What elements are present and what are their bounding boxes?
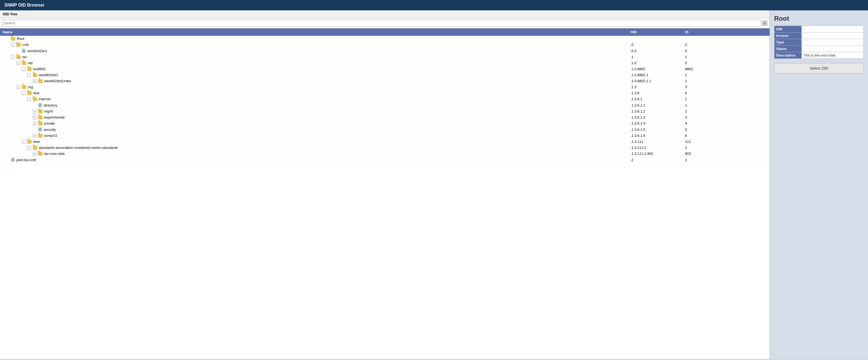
- node-name-text: zeroDotZero: [27, 49, 47, 53]
- tree-row[interactable]: -ccitt.00: [0, 42, 770, 48]
- doc-icon: [11, 158, 15, 162]
- col-name: Name: [3, 30, 630, 34]
- tree-row[interactable]: -standards-association-numbered-series-s…: [0, 145, 770, 151]
- node-id: 0: [685, 61, 767, 65]
- col-oid: OID: [630, 30, 685, 34]
- tree-row[interactable]: +ieee802dot1mibs.1.0.8802.1.11: [0, 78, 770, 84]
- tree-row[interactable]: +lan-man-stds.1.3.111.2.802802: [0, 151, 770, 157]
- tree-row[interactable]: directory.1.3.6.1.11: [0, 102, 770, 108]
- node-name-text: joint-iso-ccitt: [17, 158, 36, 162]
- tree-row[interactable]: -ieee802dot1.1.0.8802.11: [0, 72, 770, 78]
- expand-button[interactable]: -: [22, 67, 26, 71]
- tree-header: Name OID ID: [0, 28, 770, 36]
- expand-button[interactable]: -: [27, 146, 31, 150]
- node-id: 1: [685, 103, 767, 107]
- tree-row[interactable]: -iso.11: [0, 54, 770, 60]
- tree-row[interactable]: +private.1.3.6.1.44: [0, 120, 770, 127]
- col-id: ID: [685, 30, 767, 34]
- tree-row[interactable]: -org.1.33: [0, 84, 770, 90]
- node-name-text: dod: [33, 91, 39, 95]
- doc-icon: [22, 49, 26, 53]
- detail-value: This is the root node.: [802, 52, 864, 59]
- node-name-text: ieee: [33, 140, 40, 144]
- tree-row[interactable]: -std.1.00: [0, 60, 770, 66]
- node-id: 6: [685, 91, 767, 95]
- folder-icon: [22, 61, 26, 65]
- expand-button[interactable]: -: [11, 55, 15, 59]
- expand-button[interactable]: -: [27, 73, 31, 77]
- detail-row: OID: [774, 26, 864, 32]
- node-name-text: standards-association-numbered-series-st…: [39, 145, 118, 150]
- tree-row[interactable]: Root: [0, 36, 770, 42]
- tree-row[interactable]: +experimental.1.3.6.1.33: [0, 114, 770, 120]
- tree-row[interactable]: joint-iso-ccitt.22: [0, 157, 770, 163]
- expand-button[interactable]: -: [17, 61, 20, 65]
- folder-icon: [38, 134, 42, 138]
- tree-row[interactable]: +mgmt.1.3.6.1.22: [0, 108, 770, 114]
- detail-label: Access: [774, 32, 802, 39]
- expand-button[interactable]: +: [33, 152, 36, 156]
- folder-icon: [22, 85, 26, 89]
- node-oid: .1: [630, 55, 685, 59]
- detail-row: DescriptionThis is the root node.: [774, 52, 864, 59]
- doc-icon: [38, 103, 42, 107]
- tree-row[interactable]: zeroDotZero.0.00: [0, 48, 770, 54]
- node-oid: .1.0: [630, 61, 685, 65]
- node-id: 1: [685, 73, 767, 77]
- select-oid-button[interactable]: Select OID: [774, 63, 864, 74]
- folder-icon: [38, 121, 42, 126]
- node-oid: .1.3.6.1.5: [630, 128, 685, 132]
- expand-button[interactable]: +: [33, 79, 36, 83]
- node-id: 0: [685, 49, 767, 53]
- expand-button[interactable]: -: [22, 140, 26, 144]
- detail-value: [802, 39, 864, 46]
- node-name-text: internet: [39, 97, 51, 101]
- node-oid: .1.3.6.1: [630, 97, 685, 101]
- node-id: 2: [685, 109, 767, 113]
- node-oid: .1.0.8802.1: [630, 73, 685, 77]
- node-id: 3: [685, 85, 767, 89]
- node-oid: .1.3.6.1.4: [630, 121, 685, 126]
- expand-button[interactable]: -: [11, 43, 15, 47]
- tree-row[interactable]: security.1.3.6.1.55: [0, 127, 770, 133]
- node-id: 2: [685, 158, 767, 162]
- expand-button[interactable]: +: [33, 110, 36, 113]
- node-name-text: iso8802: [33, 67, 46, 71]
- expand-button[interactable]: +: [33, 134, 36, 138]
- node-name-text: iso: [22, 55, 27, 59]
- node-oid: .1.3.6.1.2: [630, 109, 685, 113]
- detail-row: Status: [774, 46, 864, 52]
- search-bar: x: [0, 18, 770, 28]
- expand-button[interactable]: +: [33, 115, 36, 119]
- folder-icon: [11, 37, 15, 41]
- folder-icon: [17, 55, 21, 59]
- tree-row[interactable]: -ieee.1.3.111111: [0, 139, 770, 145]
- node-id: 111: [685, 140, 767, 144]
- left-panel: OID Tree x Name OID ID Root-ccitt.00zero…: [0, 10, 770, 359]
- expand-button[interactable]: -: [27, 97, 31, 101]
- tree-row[interactable]: -internet.1.3.6.11: [0, 96, 770, 102]
- node-id: 0: [685, 43, 767, 47]
- node-id: 1: [685, 79, 767, 83]
- tree-row[interactable]: +snmpV2.1.3.6.1.66: [0, 133, 770, 139]
- clear-search-button[interactable]: x: [762, 21, 767, 26]
- node-id: 3: [685, 115, 767, 119]
- node-oid: .1.3.111: [630, 140, 685, 144]
- folder-icon: [33, 97, 37, 101]
- tree-content[interactable]: Root-ccitt.00zeroDotZero.0.00-iso.11-std…: [0, 36, 770, 359]
- node-name-text: ieee802dot1mibs: [44, 79, 71, 83]
- node-name-text: directory: [43, 103, 57, 107]
- node-oid: .1.3.6.1.3: [630, 115, 685, 119]
- tree-row[interactable]: -iso8802.1.0.88028802: [0, 66, 770, 72]
- folder-icon: [17, 43, 21, 47]
- expand-button[interactable]: -: [22, 91, 26, 95]
- detail-value: [802, 46, 864, 52]
- search-input[interactable]: [2, 20, 761, 27]
- folder-icon: [33, 73, 37, 77]
- detail-table: OIDAccessTypeStatusDescriptionThis is th…: [774, 26, 864, 59]
- expand-button[interactable]: -: [17, 85, 20, 89]
- main-layout: OID Tree x Name OID ID Root-ccitt.00zero…: [0, 10, 868, 359]
- detail-row: Type: [774, 39, 864, 46]
- expand-button[interactable]: +: [33, 121, 36, 126]
- tree-row[interactable]: -dod.1.3.66: [0, 90, 770, 96]
